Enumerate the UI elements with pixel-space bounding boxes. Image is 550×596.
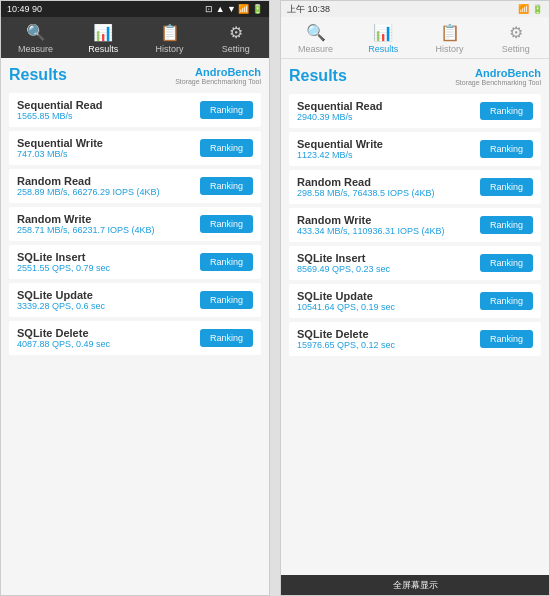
right-status-bar: 上午 10:38 📶 🔋 bbox=[281, 1, 549, 17]
bench-value: 4087.88 QPS, 0.49 sec bbox=[17, 339, 200, 349]
bench-name: Random Write bbox=[17, 213, 200, 225]
table-row: SQLite Delete 4087.88 QPS, 0.49 sec Rank… bbox=[9, 321, 261, 355]
bench-info: Random Read 258.89 MB/s, 66276.29 IOPS (… bbox=[17, 175, 200, 197]
table-row: Random Write 433.34 MB/s, 110936.31 IOPS… bbox=[289, 208, 541, 242]
left-status-left: 10:49 90 bbox=[7, 4, 42, 14]
left-status-icons: ⊡ ▲ ▼ 📶 🔋 bbox=[205, 4, 263, 14]
ranking-button[interactable]: Ranking bbox=[200, 253, 253, 271]
right-content: Results AndroBench Storage Benchmarking … bbox=[281, 59, 549, 575]
ranking-button[interactable]: Ranking bbox=[480, 254, 533, 272]
bench-info: Sequential Read 1565.85 MB/s bbox=[17, 99, 200, 121]
bench-value: 2551.55 QPS, 0.79 sec bbox=[17, 263, 200, 273]
bench-name: Sequential Read bbox=[297, 100, 480, 112]
bench-info: SQLite Update 10541.64 QPS, 0.19 sec bbox=[297, 290, 480, 312]
table-row: Sequential Read 1565.85 MB/s Ranking bbox=[9, 93, 261, 127]
bench-name: Sequential Write bbox=[297, 138, 480, 150]
right-brand: AndroBench Storage Benchmarking Tool bbox=[455, 67, 541, 86]
bench-info: Sequential Write 1123.42 MB/s bbox=[297, 138, 480, 160]
left-nav-results[interactable]: 📊 Results bbox=[79, 21, 127, 56]
right-status-icons: 📶 🔋 bbox=[518, 4, 543, 14]
left-nav-history[interactable]: 📋 History bbox=[146, 21, 194, 56]
bench-name: Random Read bbox=[297, 176, 480, 188]
ranking-button[interactable]: Ranking bbox=[200, 215, 253, 233]
table-row: Sequential Write 747.03 MB/s Ranking bbox=[9, 131, 261, 165]
right-nav-history-label: History bbox=[436, 44, 464, 54]
ranking-button[interactable]: Ranking bbox=[480, 140, 533, 158]
right-nav-history[interactable]: 📋 History bbox=[426, 21, 474, 56]
table-row: SQLite Update 10541.64 QPS, 0.19 sec Ran… bbox=[289, 284, 541, 318]
bench-value: 747.03 MB/s bbox=[17, 149, 200, 159]
bench-info: SQLite Update 3339.28 QPS, 0.6 sec bbox=[17, 289, 200, 311]
right-results-title: Results bbox=[289, 67, 347, 85]
history-icon: 📋 bbox=[160, 23, 180, 42]
right-setting-icon: ⚙ bbox=[509, 23, 523, 42]
bench-info: Random Write 258.71 MB/s, 66231.7 IOPS (… bbox=[17, 213, 200, 235]
left-brand: AndroBench Storage Benchmarking Tool bbox=[175, 66, 261, 85]
ranking-button[interactable]: Ranking bbox=[200, 291, 253, 309]
right-nav-setting[interactable]: ⚙ Setting bbox=[492, 21, 540, 56]
left-nav-measure[interactable]: 🔍 Measure bbox=[10, 21, 61, 56]
results-icon: 📊 bbox=[93, 23, 113, 42]
right-results-icon: 📊 bbox=[373, 23, 393, 42]
bench-info: Sequential Read 2940.39 MB/s bbox=[297, 100, 480, 122]
ranking-button[interactable]: Ranking bbox=[480, 216, 533, 234]
bench-info: SQLite Insert 8569.49 QPS, 0.23 sec bbox=[297, 252, 480, 274]
bench-value: 15976.65 QPS, 0.12 sec bbox=[297, 340, 480, 350]
bench-value: 1565.85 MB/s bbox=[17, 111, 200, 121]
ranking-button[interactable]: Ranking bbox=[200, 177, 253, 195]
ranking-button[interactable]: Ranking bbox=[200, 139, 253, 157]
right-nav-setting-label: Setting bbox=[502, 44, 530, 54]
bench-name: SQLite Insert bbox=[17, 251, 200, 263]
bench-info: SQLite Delete 15976.65 QPS, 0.12 sec bbox=[297, 328, 480, 350]
bench-name: Sequential Read bbox=[17, 99, 200, 111]
left-bench-list: Sequential Read 1565.85 MB/s Ranking Seq… bbox=[9, 93, 261, 355]
ranking-button[interactable]: Ranking bbox=[480, 292, 533, 310]
bench-name: Random Write bbox=[297, 214, 480, 226]
bench-info: SQLite Insert 2551.55 QPS, 0.79 sec bbox=[17, 251, 200, 273]
table-row: Random Write 258.71 MB/s, 66231.7 IOPS (… bbox=[9, 207, 261, 241]
table-row: SQLite Insert 8569.49 QPS, 0.23 sec Rank… bbox=[289, 246, 541, 280]
bench-name: Random Read bbox=[17, 175, 200, 187]
right-brand-name: AndroBench bbox=[455, 67, 541, 79]
table-row: Sequential Write 1123.42 MB/s Ranking bbox=[289, 132, 541, 166]
table-row: SQLite Update 3339.28 QPS, 0.6 sec Ranki… bbox=[9, 283, 261, 317]
left-nav-measure-label: Measure bbox=[18, 44, 53, 54]
table-row: SQLite Delete 15976.65 QPS, 0.12 sec Ran… bbox=[289, 322, 541, 356]
ranking-button[interactable]: Ranking bbox=[200, 329, 253, 347]
measure-icon: 🔍 bbox=[26, 23, 46, 42]
right-measure-icon: 🔍 bbox=[306, 23, 326, 42]
table-row: Random Read 258.89 MB/s, 66276.29 IOPS (… bbox=[9, 169, 261, 203]
right-nav-results[interactable]: 📊 Results bbox=[359, 21, 407, 56]
bench-info: Random Read 298.58 MB/s, 76438.5 IOPS (4… bbox=[297, 176, 480, 198]
left-nav-setting-label: Setting bbox=[222, 44, 250, 54]
setting-icon: ⚙ bbox=[229, 23, 243, 42]
right-nav-measure[interactable]: 🔍 Measure bbox=[290, 21, 341, 56]
bench-value: 258.89 MB/s, 66276.29 IOPS (4KB) bbox=[17, 187, 200, 197]
table-row: SQLite Insert 2551.55 QPS, 0.79 sec Rank… bbox=[9, 245, 261, 279]
bench-value: 2940.39 MB/s bbox=[297, 112, 480, 122]
bench-value: 3339.28 QPS, 0.6 sec bbox=[17, 301, 200, 311]
bench-info: Random Write 433.34 MB/s, 110936.31 IOPS… bbox=[297, 214, 480, 236]
left-results-header: Results AndroBench Storage Benchmarking … bbox=[9, 66, 261, 85]
bench-info: Sequential Write 747.03 MB/s bbox=[17, 137, 200, 159]
bench-value: 10541.64 QPS, 0.19 sec bbox=[297, 302, 480, 312]
right-nav-bar: 🔍 Measure 📊 Results 📋 History ⚙ Setting bbox=[281, 17, 549, 59]
ranking-button[interactable]: Ranking bbox=[480, 330, 533, 348]
ranking-button[interactable]: Ranking bbox=[480, 102, 533, 120]
bench-value: 258.71 MB/s, 66231.7 IOPS (4KB) bbox=[17, 225, 200, 235]
ranking-button[interactable]: Ranking bbox=[480, 178, 533, 196]
right-bottom-label: 全屏幕显示 bbox=[393, 579, 438, 592]
left-nav-setting[interactable]: ⚙ Setting bbox=[212, 21, 260, 56]
right-brand-sub: Storage Benchmarking Tool bbox=[455, 79, 541, 86]
bench-value: 1123.42 MB/s bbox=[297, 150, 480, 160]
bench-info: SQLite Delete 4087.88 QPS, 0.49 sec bbox=[17, 327, 200, 349]
right-history-icon: 📋 bbox=[440, 23, 460, 42]
bench-name: SQLite Update bbox=[17, 289, 200, 301]
bench-name: SQLite Insert bbox=[297, 252, 480, 264]
table-row: Random Read 298.58 MB/s, 76438.5 IOPS (4… bbox=[289, 170, 541, 204]
left-nav-history-label: History bbox=[156, 44, 184, 54]
ranking-button[interactable]: Ranking bbox=[200, 101, 253, 119]
left-status-bar: 10:49 90 ⊡ ▲ ▼ 📶 🔋 bbox=[1, 1, 269, 17]
left-brand-sub: Storage Benchmarking Tool bbox=[175, 78, 261, 85]
right-results-header: Results AndroBench Storage Benchmarking … bbox=[289, 67, 541, 86]
